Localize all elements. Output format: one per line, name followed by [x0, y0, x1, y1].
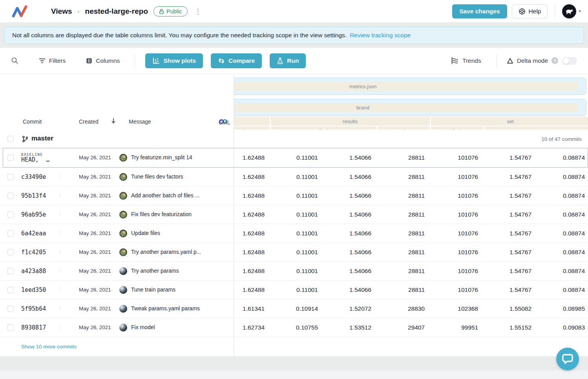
run-button[interactable]: Run: [270, 53, 306, 68]
sort-desc-icon[interactable]: [111, 118, 116, 125]
metric-value-cell: 1.52072: [323, 299, 377, 318]
branch-commit-count: 10 of 47 commits: [541, 136, 582, 142]
chat-widget-button[interactable]: [556, 348, 579, 370]
metric-value-cell: 1.62488: [234, 243, 270, 261]
commit-row: 95b13f4 ⋮ May 26, 2021 Add another batch…: [0, 186, 588, 205]
metric-group-header: brand: [234, 103, 578, 112]
commit-menu-icon[interactable]: ⋮: [57, 211, 63, 217]
branch-name[interactable]: master: [31, 135, 53, 142]
commit-hash[interactable]: 95b13f4: [21, 192, 46, 199]
metric-value-cell: 28811: [377, 224, 430, 242]
metric-value-cell: 101076: [430, 148, 484, 167]
metric-value-cell: 1.54767: [484, 205, 537, 224]
column-header-created[interactable]: Created: [79, 118, 99, 125]
metric-value-cell: 1.54767: [484, 186, 537, 205]
search-button[interactable]: [11, 57, 18, 64]
commit-hash[interactable]: 8930817: [21, 324, 46, 331]
column-header-commit[interactable]: Commit: [23, 118, 42, 125]
commit-hash[interactable]: HEAD, …: [21, 156, 49, 163]
commit-menu-icon[interactable]: ⋮: [57, 173, 63, 179]
metric-value-cell: 0.08874: [537, 186, 588, 205]
commit-hash[interactable]: 6a42eaa: [21, 230, 46, 237]
commit-checkbox[interactable]: [7, 268, 14, 274]
commit-menu-icon[interactable]: ⋮: [57, 324, 63, 330]
commit-checkbox[interactable]: [7, 306, 14, 312]
commit-checkbox[interactable]: [7, 193, 14, 199]
column-header-cml[interactable]: CML: [219, 118, 228, 124]
banner-text: Not all columns are displayed due the ta…: [12, 32, 347, 39]
commit-message: Try featurize.min_split 14: [131, 154, 192, 160]
commit-hash[interactable]: a423a88: [21, 268, 46, 275]
cml-label: CML: [219, 119, 230, 126]
commit-date: May 26, 2021: [79, 287, 111, 293]
metric-value-cell: 1.54767: [484, 243, 537, 261]
commit-row: a423a88 ⋮ May 26, 2021 Try another param…: [0, 261, 588, 280]
columns-button[interactable]: Columns: [86, 57, 120, 64]
user-menu[interactable]: ▾: [562, 4, 581, 18]
studio-logo-icon[interactable]: [10, 4, 29, 19]
save-changes-button[interactable]: Save changes: [452, 4, 507, 18]
review-tracking-scope-link[interactable]: Review tracking scope: [350, 32, 411, 39]
commit-checkbox[interactable]: [7, 155, 14, 161]
delta-mode-toggle[interactable]: [562, 57, 577, 65]
branch-checkbox[interactable]: [7, 136, 14, 142]
commit-row: c33490e ⋮ May 26, 2021 Tune files dev fa…: [0, 167, 588, 186]
commit-hash[interactable]: 5f95b64: [21, 305, 46, 312]
filters-button[interactable]: Filters: [39, 57, 66, 64]
metric-value-cell: 0.09083: [537, 318, 588, 337]
help-button[interactable]: Help: [512, 4, 548, 18]
commit-date: May 26, 2021: [79, 155, 111, 160]
metric-value-cell: 0.11001: [270, 262, 323, 280]
metric-value-cell: 101076: [430, 186, 484, 205]
commit-menu-icon[interactable]: ⋮: [57, 286, 63, 292]
trends-button[interactable]: Trends: [451, 57, 481, 64]
columns-label: Columns: [96, 57, 120, 64]
branch-row: master 10 of 47 commits: [0, 129, 588, 148]
commit-author-avatar: [119, 267, 127, 275]
commit-author-avatar: [119, 173, 127, 181]
public-badge: Public: [153, 6, 188, 16]
commit-row: 6a42eaa ⋮ May 26, 2021 Update files 1.62…: [0, 224, 588, 242]
commit-message: Add another batch of files ...: [131, 192, 199, 199]
commit-author-avatar: [119, 192, 127, 200]
metric-value-cell: 101076: [430, 262, 484, 280]
search-icon: [11, 57, 18, 64]
commit-metric-values: 1.624880.110011.54066288111010761.547670…: [234, 186, 588, 205]
commit-message: Try another params: [131, 268, 179, 274]
delta-mode-help-icon[interactable]: ?: [551, 57, 558, 64]
commit-metric-values: 1.613410.109141.52072288301023681.550820…: [234, 299, 588, 318]
commit-menu-icon[interactable]: ⋮: [57, 230, 63, 236]
breadcrumb-views[interactable]: Views: [51, 7, 72, 16]
commit-checkbox[interactable]: [7, 249, 14, 255]
commit-menu-icon[interactable]: ⋮: [57, 192, 63, 198]
metrics-header: metrics.jsonbrandresultssettrainfinaltra…: [234, 74, 588, 129]
metric-group-header: final: [271, 126, 376, 129]
commit-checkbox[interactable]: [7, 230, 14, 237]
commit-checkbox[interactable]: [7, 324, 14, 331]
commit-menu-icon[interactable]: ⋮: [57, 305, 63, 311]
compare-button[interactable]: Compare: [211, 53, 262, 68]
commit-table-body: master 10 of 47 commits BASELINE HEAD, ……: [0, 129, 588, 357]
commit-hash[interactable]: c33490e: [21, 173, 46, 180]
metric-value-cell: 0.08985: [537, 299, 588, 318]
metric-value-cell: 1.62734: [234, 318, 270, 337]
view-menu-kebab-icon[interactable]: ⋮: [195, 8, 202, 15]
metric-group-header: train: [234, 126, 270, 129]
commit-menu-icon[interactable]: ⋮: [57, 267, 63, 273]
commit-checkbox[interactable]: [7, 211, 14, 218]
commit-hash[interactable]: 96ab95e: [21, 211, 46, 218]
metric-value-cell: 28830: [377, 299, 430, 318]
commit-hash[interactable]: 1eed350: [21, 286, 46, 293]
commit-checkbox[interactable]: [7, 287, 14, 293]
column-header-message[interactable]: Message: [129, 118, 151, 125]
metric-value-cell: 0.08874: [537, 281, 588, 299]
show-more-commits-link[interactable]: Show 10 more commits: [21, 344, 77, 350]
metric-value-cell: 0.08874: [537, 205, 588, 224]
commit-checkbox[interactable]: [7, 174, 14, 180]
show-plots-button[interactable]: Show plots: [145, 53, 203, 68]
commit-menu-icon[interactable]: ⋮: [57, 248, 63, 255]
metric-value-cell: 0.08874: [537, 262, 588, 280]
metric-value-cell: 0.11001: [270, 224, 323, 242]
metric-group-header: results: [271, 117, 430, 126]
commit-hash[interactable]: f1c4205: [21, 249, 46, 256]
